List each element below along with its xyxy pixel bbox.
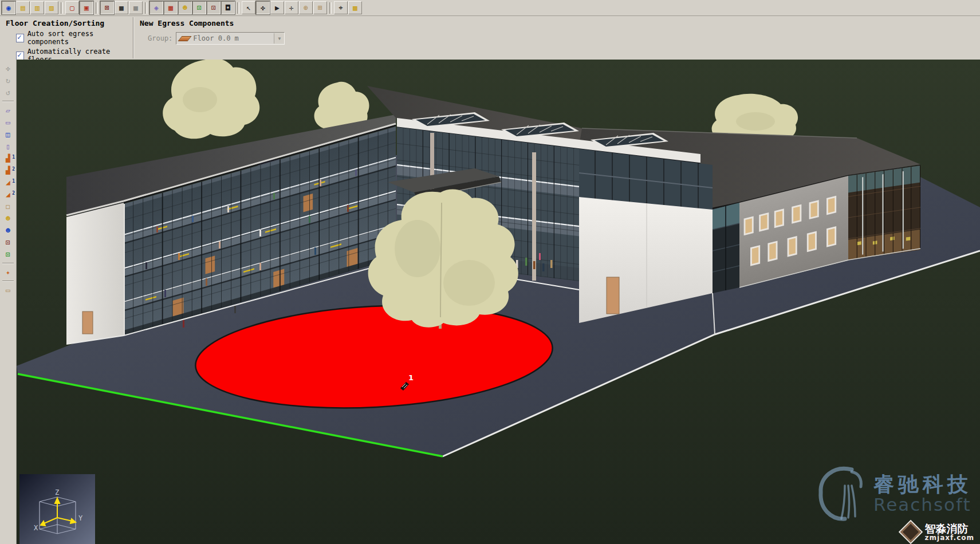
end-wall-door: [82, 312, 93, 334]
sidebar-divider: [2, 101, 14, 102]
floor-creation-group: Floor Creation/Sorting Auto sort egress …: [0, 16, 133, 60]
move-object-icon[interactable]: ✜: [1, 63, 15, 74]
courtyard-door: [607, 277, 619, 314]
show-obstructions-icon[interactable]: ▦: [164, 1, 178, 14]
thin-room-icon[interactable]: ◫: [1, 129, 15, 140]
marker-label: 1: [408, 373, 414, 382]
zoom-tool-icon[interactable]: ⊕: [299, 1, 313, 14]
sidebar-divider: [2, 263, 14, 264]
show-exits-icon[interactable]: ⊡: [207, 1, 221, 14]
select-tool-icon[interactable]: ↖: [242, 1, 255, 14]
drawing-tools-sidebar: ✜ ↻ ↺ ▱ ▭ ◫ ▯ ▟1 ▟2 ◢1 ◢2 ◻ ☻ ☻ ⊡ ⊡ ✦ ▭: [0, 60, 17, 544]
zoom-box-tool-icon[interactable]: ⊞: [313, 1, 327, 14]
exit-door-icon[interactable]: ⊡: [1, 237, 15, 248]
properties-ribbon: Floor Creation/Sorting Auto sort egress …: [0, 16, 980, 60]
ramp-two-point-icon[interactable]: ◢2: [1, 189, 15, 200]
measure-tool-icon[interactable]: ▭: [1, 285, 15, 295]
auto-sort-checkbox[interactable]: [16, 34, 24, 42]
new-egress-title: New Egress Components: [140, 19, 285, 27]
stairs-two-point-icon[interactable]: ▟2: [1, 165, 15, 176]
movement-group-icon[interactable]: ✦: [1, 267, 15, 278]
view-side-icon[interactable]: ▨: [45, 1, 58, 14]
toolbar-divider: [61, 2, 63, 14]
chevron-down-icon[interactable]: ▼: [274, 33, 284, 44]
show-flat-icon[interactable]: ■: [129, 1, 143, 14]
view-front-icon[interactable]: ▥: [30, 1, 44, 14]
center-view-icon[interactable]: ⌖: [334, 1, 348, 14]
ramp-one-point-icon[interactable]: ◢1: [1, 177, 15, 188]
show-glass-icon[interactable]: ◈: [149, 1, 163, 14]
toolbar-divider: [237, 2, 239, 14]
run-simulation-icon[interactable]: ▶: [270, 1, 284, 14]
group-dropdown[interactable]: Floor 0.0 m ▼: [176, 32, 285, 45]
green-door-icon[interactable]: ⊡: [1, 249, 15, 260]
stairs-one-point-icon[interactable]: ▟1: [1, 153, 15, 164]
group-dropdown-value: Floor 0.0 m: [193, 34, 238, 42]
view-top-icon[interactable]: ▤: [16, 1, 30, 14]
obstruction-icon[interactable]: ▯: [1, 141, 15, 152]
new-egress-group: New Egress Components Group: Floor 0.0 m…: [134, 16, 290, 60]
scene-canvas: 1 Z: [17, 60, 980, 544]
orbit-tool-icon[interactable]: ✜: [256, 1, 270, 14]
toolbar-divider: [329, 2, 332, 14]
gizmo-z-label: Z: [55, 488, 59, 496]
floor-icon: [178, 36, 192, 41]
top-toolbar: ◉ ▤ ▥ ▨ ▢ ▣ ⊠ ■ ■ ◈ ▦ ☻ ⊡ ⊡ ◘ ↖ ✜ ▶ ✛ ⊕ …: [0, 0, 980, 16]
occupant-group-icon[interactable]: ☻: [1, 225, 15, 236]
group-label: Group:: [148, 34, 172, 42]
orbit-object-icon[interactable]: ↺: [1, 87, 15, 98]
floor-creation-title: Floor Creation/Sorting: [6, 19, 127, 27]
show-occupants-icon[interactable]: ☻: [178, 1, 192, 14]
rotate-object-icon[interactable]: ↻: [1, 75, 15, 86]
toolbar-divider: [96, 2, 98, 14]
fit-view-icon[interactable]: ▩: [348, 1, 362, 14]
wireframe-icon[interactable]: ▢: [65, 1, 79, 14]
show-solid-icon[interactable]: ■: [115, 1, 128, 14]
occupant-icon[interactable]: ☻: [1, 213, 15, 224]
auto-sort-label: Auto sort egress components: [27, 30, 127, 46]
show-cameras-icon[interactable]: ◘: [221, 1, 235, 14]
brown-glass-facade: [848, 165, 920, 260]
3d-viewport[interactable]: 1 Z: [17, 60, 980, 544]
left-wing-end-wall: [66, 203, 124, 344]
toolbar-divider: [145, 2, 147, 14]
wireframe-solid-icon[interactable]: ▣: [80, 1, 93, 14]
axis-gizmo[interactable]: Z Y X: [19, 474, 95, 544]
show-doors-icon[interactable]: ⊡: [192, 1, 206, 14]
view-default-icon[interactable]: ◉: [2, 1, 15, 14]
gizmo-x-label: X: [34, 524, 38, 532]
application-window: ◉ ▤ ▥ ▨ ▢ ▣ ⊠ ■ ■ ◈ ▦ ☻ ⊡ ⊡ ◘ ↖ ✜ ▶ ✛ ⊕ …: [0, 0, 980, 544]
gizmo-y-label: Y: [78, 514, 83, 522]
auto-create-floors-checkbox[interactable]: [16, 52, 24, 60]
pan-tool-icon[interactable]: ✛: [285, 1, 298, 14]
sidebar-divider: [2, 281, 14, 282]
hide-geometry-icon[interactable]: ⊠: [100, 1, 114, 14]
room-rectangle-icon[interactable]: ▭: [1, 117, 15, 128]
room-polygon-icon[interactable]: ▱: [1, 105, 15, 116]
door-tool-icon[interactable]: ◻: [1, 201, 15, 212]
